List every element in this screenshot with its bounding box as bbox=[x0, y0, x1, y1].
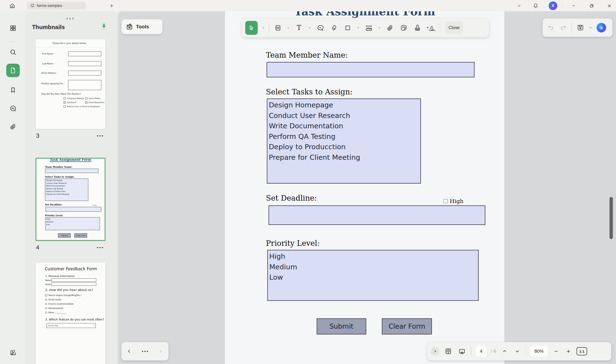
mini5-section2: 2. How did you hear about us? bbox=[45, 288, 93, 292]
signature-tool[interactable] bbox=[426, 22, 436, 33]
clear-form-button[interactable]: Clear Form bbox=[382, 318, 432, 335]
mini3-field-box bbox=[68, 80, 101, 90]
task-option[interactable]: Deploy to Producction bbox=[269, 142, 420, 152]
mini4-high-checkbox: ☐ High bbox=[92, 205, 97, 206]
comment-tool[interactable] bbox=[315, 22, 325, 33]
highlight-tool-dropdown[interactable] bbox=[287, 26, 290, 29]
pager-prev-button[interactable] bbox=[127, 349, 132, 354]
measure-tool[interactable] bbox=[364, 22, 374, 33]
page-3-more-button[interactable] bbox=[97, 135, 103, 136]
toolbar-divider bbox=[572, 23, 572, 32]
ai-swirl-icon bbox=[598, 25, 604, 31]
select-tool-active[interactable] bbox=[245, 21, 258, 35]
previous-page-button[interactable] bbox=[500, 347, 509, 356]
mini3-divider bbox=[36, 47, 105, 48]
measure-tool-dropdown[interactable] bbox=[378, 26, 381, 29]
vertical-scrollbar-thumb[interactable] bbox=[610, 197, 613, 239]
mini5-select-caret: ▾ bbox=[93, 324, 94, 326]
high-checkbox[interactable]: High bbox=[444, 198, 463, 204]
mini5-option: Other: ___________ bbox=[48, 311, 66, 314]
tools-button[interactable]: Tools bbox=[122, 19, 162, 34]
submit-button[interactable]: Submit bbox=[317, 318, 366, 335]
mini3-field-box bbox=[68, 71, 101, 76]
task-option[interactable]: Write Documentation bbox=[269, 121, 420, 131]
pin-panel-button[interactable] bbox=[100, 23, 108, 31]
actual-size-button[interactable]: 1:1 bbox=[576, 347, 587, 355]
window-menu-chevron[interactable] bbox=[515, 2, 524, 10]
zoom-level-input[interactable]: 80% bbox=[530, 346, 548, 357]
new-tab-button[interactable]: + bbox=[108, 2, 115, 10]
panel-drag-handle[interactable] bbox=[67, 18, 73, 20]
mini3-checkbox bbox=[64, 105, 66, 108]
close-window-button[interactable] bbox=[604, 2, 614, 10]
task-option[interactable]: Conduct User Research bbox=[269, 111, 420, 121]
highlight-tool[interactable] bbox=[273, 22, 283, 33]
ai-assistant-button[interactable] bbox=[597, 23, 606, 32]
thumbnail-page-3[interactable]: Please fill in your details below. First… bbox=[36, 39, 105, 129]
notifications-button[interactable] bbox=[531, 1, 540, 10]
redo-button[interactable] bbox=[559, 23, 568, 32]
save-dropdown[interactable] bbox=[589, 26, 593, 29]
page-4-more-button[interactable] bbox=[97, 247, 103, 248]
expand-panel-button[interactable] bbox=[431, 347, 439, 356]
user-avatar[interactable]: X bbox=[549, 1, 557, 10]
priority-listbox[interactable]: High Medium Low bbox=[267, 250, 479, 301]
tasks-listbox[interactable]: Design Homepage Conduct User Research Wr… bbox=[267, 99, 421, 183]
sidebar-item-search[interactable] bbox=[6, 45, 20, 59]
priority-option[interactable]: Medium bbox=[269, 262, 478, 273]
sidebar-item-attachments[interactable] bbox=[6, 120, 20, 133]
task-option[interactable]: Design Homepage bbox=[269, 100, 420, 111]
deadline-input[interactable] bbox=[268, 206, 485, 225]
annotation-toolbar: T bbox=[242, 18, 489, 37]
save-button[interactable] bbox=[576, 23, 585, 32]
pager-more-button[interactable] bbox=[142, 351, 148, 352]
page-layout-button[interactable] bbox=[444, 346, 453, 356]
close-toolbar-button[interactable]: Close bbox=[445, 21, 463, 34]
sticker-tool[interactable] bbox=[399, 22, 409, 33]
task-option[interactable]: Prepare for Client Meeting bbox=[269, 152, 420, 163]
pen-tool[interactable] bbox=[329, 22, 339, 33]
attach-tool[interactable] bbox=[385, 22, 395, 33]
mini4-title: Task Assignment Form bbox=[36, 158, 105, 161]
mini4-deadline-input bbox=[45, 207, 101, 212]
minimize-button[interactable] bbox=[569, 2, 578, 10]
shape-tool[interactable] bbox=[343, 22, 353, 33]
sidebar-item-thumbnails[interactable] bbox=[6, 64, 20, 77]
undo-button[interactable] bbox=[546, 23, 555, 32]
select-tool-dropdown[interactable] bbox=[261, 26, 265, 29]
presentation-mode-button[interactable] bbox=[457, 346, 467, 356]
stamp-tool[interactable] bbox=[412, 22, 422, 33]
mini5-select: Convert PDF ▾ bbox=[46, 323, 96, 328]
swatches-icon bbox=[9, 349, 17, 356]
text-tool[interactable]: T bbox=[294, 22, 304, 33]
mini3-field-label: First Name : bbox=[42, 53, 54, 55]
zoom-in-button[interactable]: + bbox=[564, 347, 573, 355]
mini4-tasks-label: Select Tasks to Assign: bbox=[45, 175, 74, 178]
sidebar-item-themes[interactable] bbox=[6, 346, 20, 359]
priority-option[interactable]: High bbox=[269, 251, 478, 262]
mini5-radio bbox=[45, 303, 47, 305]
priority-option[interactable]: Low bbox=[269, 272, 478, 283]
zoom-out-button[interactable]: − bbox=[552, 347, 560, 355]
checkbox-box[interactable] bbox=[444, 199, 448, 203]
sidebar-item-comments[interactable] bbox=[6, 102, 20, 115]
document-tab[interactable]: forms-samples bbox=[27, 2, 86, 10]
mini3-field-label: Email Address : bbox=[42, 72, 57, 74]
sidebar-item-apps[interactable] bbox=[6, 21, 20, 35]
thumbnail-page-5[interactable]: Customer Feedback Form 1. Personal Infor… bbox=[36, 263, 105, 364]
current-page-input[interactable]: 4 bbox=[476, 346, 487, 357]
pager-next-button[interactable] bbox=[158, 349, 163, 354]
mini3-checkbox bbox=[85, 97, 87, 100]
restore-button[interactable] bbox=[587, 2, 596, 10]
mini5-option: Friend's recommendation bbox=[48, 303, 74, 305]
tab-file-icon bbox=[30, 4, 35, 8]
shape-tool-dropdown[interactable] bbox=[356, 26, 360, 29]
thumbnail-page-4-selected[interactable]: Task Assignment Form Team Member Name: S… bbox=[36, 158, 105, 241]
home-button[interactable] bbox=[8, 2, 16, 10]
team-member-input[interactable] bbox=[266, 62, 475, 77]
task-option[interactable]: Perform QA Testing bbox=[269, 131, 420, 142]
sidebar-item-bookmarks[interactable] bbox=[6, 83, 20, 97]
next-page-button[interactable] bbox=[513, 347, 522, 356]
mini5-option: Advertisement bbox=[48, 307, 63, 310]
text-tool-dropdown[interactable] bbox=[308, 26, 312, 29]
